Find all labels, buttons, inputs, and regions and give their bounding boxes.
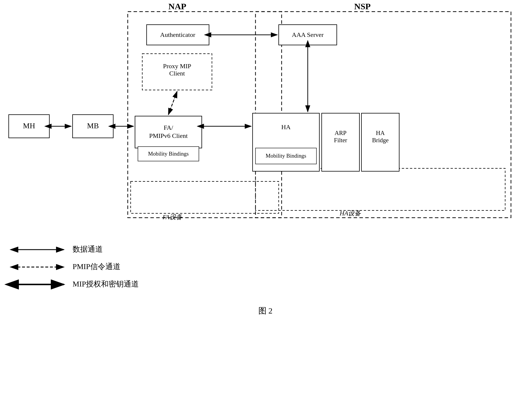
proxy-mip-label2: Client: [169, 70, 185, 77]
arp-filter-label2: Filter: [334, 137, 347, 144]
svg-rect-14: [255, 148, 316, 164]
ha-label: HA: [281, 123, 291, 131]
svg-rect-10: [279, 25, 337, 45]
svg-rect-17: [9, 115, 49, 138]
legend-thick-text: MIP授权和密钥通道: [73, 280, 139, 288]
diagram-container: NAP NSP FA设备 HA设备 Authenticator Proxy MI…: [0, 0, 531, 348]
legend-solid-text: 数据通道: [73, 245, 103, 253]
svg-rect-16: [361, 113, 399, 171]
proxy-mip-label: Proxy MIP: [163, 62, 191, 70]
fa-device-label: FA设备: [162, 213, 183, 221]
svg-rect-18: [73, 115, 113, 138]
svg-rect-6: [131, 181, 279, 213]
svg-rect-15: [322, 113, 359, 171]
svg-line-24: [168, 91, 177, 115]
svg-rect-7: [255, 168, 505, 210]
aaa-server-label: AAA Server: [292, 31, 324, 38]
nsp-label: NSP: [354, 1, 371, 11]
svg-rect-9: [147, 25, 209, 45]
fa-pmipv6-label2: PMIPv6 Client: [149, 132, 188, 139]
nap-label: NAP: [168, 1, 186, 11]
mb-label: MB: [87, 122, 99, 130]
mh-label: MH: [23, 122, 35, 130]
authenticator-label: Authenticator: [160, 31, 196, 38]
svg-rect-13: [253, 113, 319, 171]
svg-rect-12: [138, 147, 199, 161]
arp-filter-label1: ARP: [335, 129, 347, 136]
svg-rect-8: [142, 54, 212, 90]
fa-mobility-label: Mobility Bindings: [148, 151, 189, 157]
ha-bridge-label2: Bridge: [372, 137, 388, 144]
svg-rect-11: [135, 116, 202, 148]
svg-rect-5: [255, 12, 511, 218]
legend-dashed-text: PMIP信令通道: [73, 262, 120, 271]
svg-rect-4: [128, 12, 282, 218]
svg-line-23: [168, 91, 177, 115]
ha-bridge-label1: HA: [376, 129, 385, 136]
ha-mobility-label: Mobility Bindings: [266, 153, 306, 159]
ha-device-label: HA设备: [339, 210, 361, 217]
fig-label: 图 2: [258, 306, 273, 315]
fa-pmipv6-label1: FA/: [164, 124, 173, 131]
